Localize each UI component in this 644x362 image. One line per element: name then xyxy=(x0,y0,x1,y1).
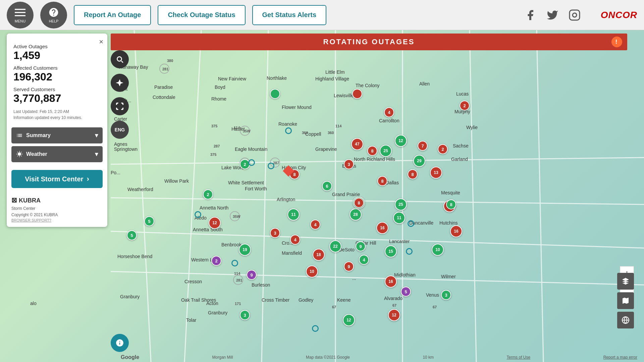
svg-text:Tolar: Tolar xyxy=(186,317,197,323)
report-outage-button[interactable]: Report An Outage xyxy=(74,5,151,25)
map-marker[interactable]: 5 xyxy=(401,287,411,297)
map-marker[interactable]: 2 xyxy=(203,189,213,199)
map-marker[interactable]: 29 xyxy=(413,155,425,167)
map-marker[interactable]: 4 xyxy=(384,107,394,117)
map-marker[interactable]: 2 xyxy=(211,256,221,266)
map-marker[interactable] xyxy=(408,220,414,227)
map-marker[interactable] xyxy=(285,127,292,134)
svg-text:Grand Prairie: Grand Prairie xyxy=(332,192,360,197)
map-info-button[interactable] xyxy=(111,334,129,352)
map-marker[interactable]: 13 xyxy=(430,167,442,179)
map-marker[interactable]: 12 xyxy=(209,217,221,229)
map-marker[interactable]: 6 xyxy=(322,181,332,191)
globe-button[interactable] xyxy=(617,312,634,328)
map-marker[interactable] xyxy=(312,325,319,332)
svg-text:Cross Timber: Cross Timber xyxy=(262,297,290,303)
map-marker[interactable]: 9 xyxy=(344,261,354,272)
instagram-icon[interactable] xyxy=(569,9,581,21)
map-search-button[interactable] xyxy=(111,50,129,68)
map-marker[interactable]: 16 xyxy=(450,225,462,237)
map-marker[interactable]: 9 xyxy=(247,270,257,280)
map-marker[interactable] xyxy=(406,248,413,255)
svg-text:Annetta North: Annetta North xyxy=(200,205,228,210)
map-marker[interactable]: 2 xyxy=(438,144,448,154)
map-marker[interactable]: 25 xyxy=(380,145,392,157)
svg-text:360: 360 xyxy=(302,131,308,135)
map-marker[interactable]: 8 xyxy=(354,198,364,208)
map-marker[interactable] xyxy=(268,163,274,169)
facebook-icon[interactable] xyxy=(524,9,536,21)
map-marker[interactable]: 7 xyxy=(418,141,428,151)
map-marker[interactable] xyxy=(195,211,201,218)
map-marker[interactable]: 28 xyxy=(350,208,362,221)
map-locate-button[interactable] xyxy=(111,74,129,92)
map-marker[interactable]: 8 xyxy=(446,199,456,209)
svg-text:Fort Worth: Fort Worth xyxy=(245,186,267,191)
svg-rect-1 xyxy=(15,12,25,13)
map-marker[interactable]: 12 xyxy=(388,309,400,321)
map-marker[interactable]: 8 xyxy=(377,176,387,186)
svg-text:114: 114 xyxy=(335,124,342,128)
map-marker[interactable] xyxy=(248,159,255,166)
report-map-error-link[interactable]: Report a map error xyxy=(603,355,637,360)
svg-text:Northlake: Northlake xyxy=(267,75,287,81)
map-marker[interactable] xyxy=(270,89,280,99)
menu-button[interactable]: MENU xyxy=(7,2,34,28)
twitter-icon[interactable] xyxy=(546,9,558,21)
svg-text:Flower Mound: Flower Mound xyxy=(282,105,312,110)
map-marker[interactable]: 3 xyxy=(270,228,280,238)
map-marker[interactable]: 25 xyxy=(395,198,407,210)
map-marker[interactable]: 10 xyxy=(432,244,444,256)
last-updated: Last Updated: Feb 15, 2:20 AM Informatio… xyxy=(13,109,101,121)
svg-line-12 xyxy=(111,231,644,248)
help-button[interactable]: HELP xyxy=(40,2,67,28)
map-marker[interactable]: 16 xyxy=(376,222,388,234)
map-marker[interactable]: 10 xyxy=(306,265,318,278)
check-status-button[interactable]: Check Outage Status xyxy=(158,5,245,25)
sidebar-close-button[interactable]: × xyxy=(99,38,103,46)
status-alerts-button[interactable]: Get Status Alerts xyxy=(252,5,327,25)
svg-text:Lucas: Lucas xyxy=(456,91,469,97)
map-language-button[interactable]: ENG xyxy=(111,121,129,139)
header: MENU HELP Report An Outage Check Outage … xyxy=(0,0,644,30)
map-type-button[interactable] xyxy=(617,292,634,309)
map-marker[interactable]: 5 xyxy=(127,230,137,240)
map-marker[interactable]: 15 xyxy=(385,245,397,257)
map-marker[interactable]: 12 xyxy=(343,314,355,326)
map-marker[interactable]: 3 xyxy=(240,310,250,320)
map-expand-button[interactable] xyxy=(111,97,129,115)
map-marker[interactable]: 2 xyxy=(460,101,470,111)
layers-button[interactable] xyxy=(617,273,634,290)
svg-text:Lancaster: Lancaster xyxy=(389,239,410,244)
outage-banner-text: ROTATING OUTAGES xyxy=(323,38,415,46)
weather-button[interactable]: Weather ▾ xyxy=(11,146,103,162)
copyright-text: Copyright © 2021 KUBRA xyxy=(11,213,58,217)
map-marker[interactable]: 5 xyxy=(144,216,154,226)
map-marker[interactable]: 4 xyxy=(290,235,300,245)
map-marker[interactable] xyxy=(231,260,238,266)
map-marker[interactable] xyxy=(352,89,362,99)
sidebar: × Active Outages 1,459 Affected Customer… xyxy=(7,34,107,227)
summary-button[interactable]: Summary ▾ xyxy=(11,127,103,143)
visit-storm-center-button[interactable]: Visit Storm Center › xyxy=(11,170,103,188)
map-marker[interactable]: 3 xyxy=(441,290,451,300)
map-marker[interactable]: 47 xyxy=(351,138,363,150)
svg-text:Coppell: Coppell xyxy=(305,131,321,137)
map-marker[interactable]: 11 xyxy=(393,212,405,224)
map-marker[interactable]: 8 xyxy=(408,169,418,179)
map-marker[interactable]: 8 xyxy=(367,146,377,156)
svg-text:Cresson: Cresson xyxy=(184,279,202,284)
terms-link[interactable]: Terms of Use xyxy=(507,355,531,360)
map-marker[interactable]: 4 xyxy=(310,220,320,230)
map-marker[interactable]: 4 xyxy=(359,255,369,265)
map-marker[interactable]: 18 xyxy=(313,249,325,261)
browser-support-link[interactable]: BROWSER SUPPORT? xyxy=(11,218,103,222)
map-marker[interactable]: 9 xyxy=(356,241,366,251)
map-marker[interactable]: 12 xyxy=(395,135,407,147)
map-marker[interactable]: 3 xyxy=(344,159,354,169)
svg-text:Little Elm: Little Elm xyxy=(325,69,345,75)
map-marker[interactable]: 11 xyxy=(287,208,300,221)
map-marker[interactable]: 19 xyxy=(239,244,251,256)
map-marker[interactable]: 16 xyxy=(385,276,397,288)
map-marker[interactable]: 22 xyxy=(329,240,341,252)
